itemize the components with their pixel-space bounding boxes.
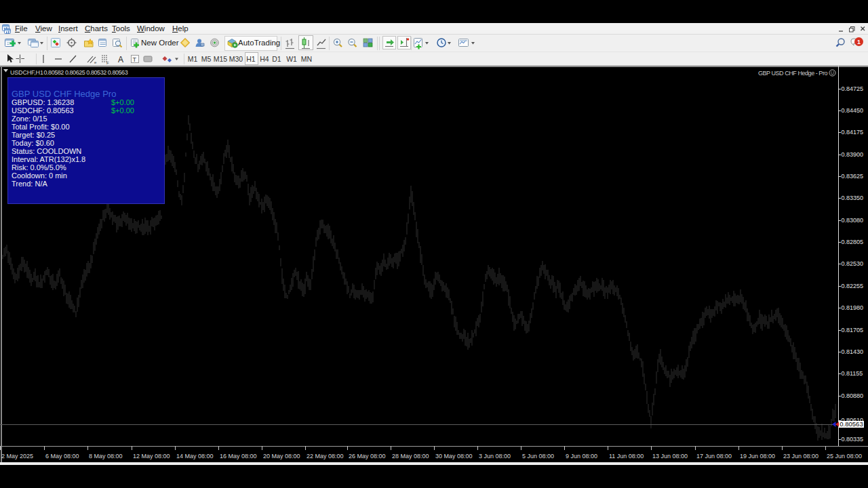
svg-text:T: T — [133, 56, 137, 63]
svg-text:1: 1 — [857, 39, 861, 45]
svg-text:F: F — [106, 61, 109, 65]
svg-text:A: A — [118, 55, 123, 64]
svg-text:e: e — [94, 60, 97, 64]
